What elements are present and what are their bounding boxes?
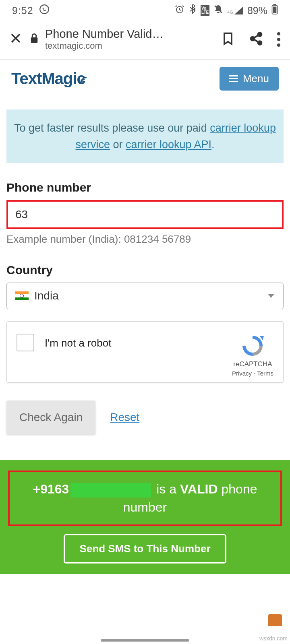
svg-rect-6 <box>273 7 277 13</box>
close-icon[interactable] <box>10 31 22 48</box>
recaptcha-brand: reCAPTCHA <box>232 360 273 368</box>
battery-icon <box>271 4 278 17</box>
svg-point-10 <box>258 41 262 45</box>
whatsapp-icon <box>39 4 50 17</box>
lock-icon <box>30 33 39 46</box>
textmagic-logo[interactable]: TextMagic <box>11 70 85 88</box>
volte-icon: VoLTE <box>201 5 209 16</box>
more-icon[interactable] <box>277 32 280 47</box>
page-domain: textmagic.com <box>45 41 213 51</box>
valid-word: VALID <box>180 482 218 496</box>
bookmark-icon[interactable] <box>221 31 235 47</box>
home-indicator[interactable] <box>101 639 189 642</box>
watermark: wsxdn.com <box>259 635 288 642</box>
recaptcha-checkbox[interactable] <box>17 334 34 351</box>
share-icon[interactable] <box>249 31 263 47</box>
phone-input-highlight <box>6 200 284 229</box>
india-flag-icon <box>15 291 29 300</box>
example-text: Example number (India): 081234 56789 <box>6 233 284 246</box>
result-box: +9163 is a VALID phone number Send SMS t… <box>0 460 290 574</box>
result-highlight: +9163 is a VALID phone number <box>8 471 282 526</box>
scroll-top-icon[interactable] <box>268 614 282 626</box>
url-area[interactable]: Phone Number Valid… textmagic.com <box>30 27 213 51</box>
svg-point-0 <box>40 5 49 14</box>
carrier-lookup-api-link[interactable]: carrier lookup API <box>126 138 211 151</box>
status-time: 9:52 <box>12 5 33 17</box>
page-title: Phone Number Valid… <box>45 27 213 41</box>
alarm-icon <box>175 4 184 17</box>
svg-rect-7 <box>31 37 38 43</box>
svg-rect-2 <box>194 8 195 11</box>
check-again-button[interactable]: Check Again <box>6 400 95 434</box>
svg-line-11 <box>254 35 259 37</box>
hamburger-icon <box>229 75 238 82</box>
status-bar: 9:52 VoLTE 4G 89% <box>0 0 290 21</box>
signal-icon: 4G <box>227 6 243 14</box>
browser-bar: Phone Number Valid… textmagic.com <box>0 21 290 60</box>
redacted-number <box>70 483 151 497</box>
reset-link[interactable]: Reset <box>110 411 139 424</box>
svg-point-9 <box>251 37 255 40</box>
menu-button[interactable]: Menu <box>220 67 279 91</box>
country-value: India <box>34 289 59 302</box>
recaptcha: I'm not a robot reCAPTCHA Privacy - Term… <box>6 321 284 383</box>
recaptcha-links[interactable]: Privacy - Terms <box>232 370 273 377</box>
svg-point-8 <box>258 33 262 36</box>
battery-percent: 89% <box>247 5 267 17</box>
notice-banner: To get faster results please use our pai… <box>6 109 284 163</box>
notification-mute-icon <box>213 4 223 17</box>
send-sms-button[interactable]: Send SMS to This Number <box>64 534 226 564</box>
svg-line-12 <box>254 39 259 42</box>
result-prefix: +9163 <box>33 482 69 496</box>
recaptcha-icon <box>240 334 265 358</box>
recaptcha-label: I'm not a robot <box>45 334 222 349</box>
bluetooth-icon <box>188 4 197 17</box>
country-select[interactable]: India <box>6 283 284 309</box>
phone-label: Phone number <box>6 181 284 194</box>
site-header: TextMagic Menu <box>0 60 290 98</box>
country-label: Country <box>6 263 284 277</box>
phone-input[interactable] <box>15 208 275 221</box>
